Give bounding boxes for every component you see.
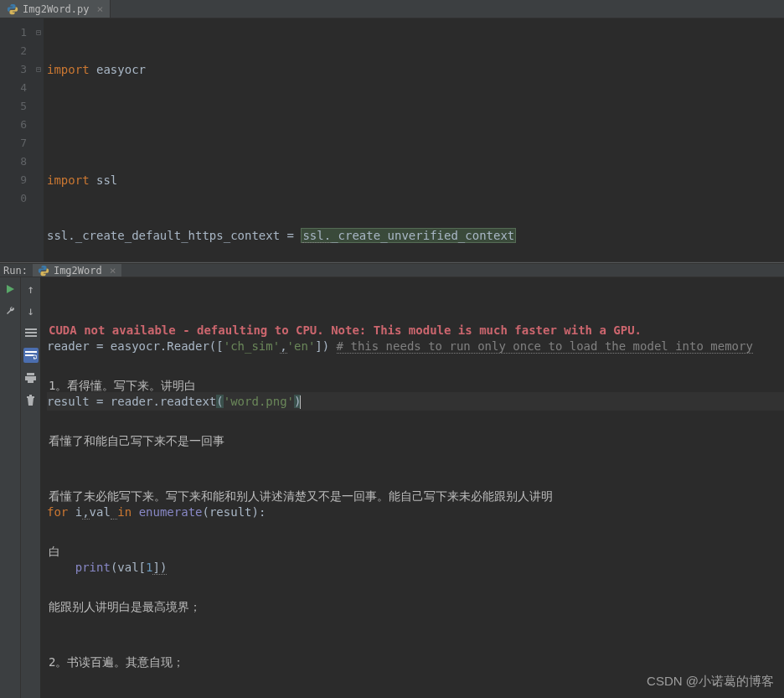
- code-text: _create_unverified_context: [331, 229, 514, 242]
- caret: [300, 396, 301, 409]
- svg-rect-8: [27, 396, 34, 398]
- fold-icon[interactable]: ⊟: [34, 60, 44, 79]
- code-text: ,: [280, 339, 286, 354]
- line-number: 6: [0, 116, 27, 134]
- svg-rect-4: [25, 354, 34, 356]
- wrap-icon[interactable]: [23, 348, 39, 363]
- code-text: ]): [315, 339, 336, 353]
- string: 'en': [287, 339, 316, 353]
- code-text: val: [90, 505, 111, 519]
- code-text: ,: [82, 505, 89, 520]
- console-line: 2。书读百遍。其意自现；: [49, 653, 776, 671]
- layout-icon[interactable]: [24, 326, 38, 339]
- arrow-up-icon[interactable]: ↑: [24, 282, 38, 296]
- identifier: easyocr: [96, 63, 146, 76]
- line-number: 3: [0, 60, 27, 79]
- builtin: enumerate: [139, 505, 203, 519]
- watermark: CSDN @小诺葛的博客: [647, 674, 774, 690]
- svg-rect-0: [25, 328, 37, 330]
- print-icon[interactable]: [24, 371, 38, 385]
- svg-rect-1: [25, 332, 37, 333]
- keyword: import: [47, 173, 90, 187]
- svg-rect-2: [25, 335, 37, 337]
- code-area[interactable]: import easyocr import ssl ssl._create_de…: [44, 18, 784, 261]
- keyword: import: [47, 63, 90, 76]
- identifier: ssl: [96, 173, 117, 187]
- line-number: 9: [0, 171, 27, 189]
- code-text: reader = easyocr.Reader([: [47, 339, 224, 353]
- keyword: for: [47, 505, 68, 519]
- svg-rect-5: [27, 373, 34, 375]
- line-number: 8: [0, 153, 27, 171]
- code-text: i: [68, 505, 82, 519]
- run-toolbar-inner: ↑ ↓: [20, 277, 40, 698]
- file-tab-label: Img2Word.py: [23, 3, 89, 15]
- builtin: print: [75, 561, 111, 574]
- line-number: 1: [0, 23, 27, 42]
- svg-rect-9: [29, 395, 32, 396]
- code-text: ]): [152, 561, 167, 575]
- trash-icon[interactable]: [24, 393, 38, 406]
- fold-icon[interactable]: ⊟: [34, 23, 44, 42]
- svg-rect-3: [25, 351, 37, 353]
- code-text: ssl.: [302, 229, 331, 243]
- keyword: in: [117, 505, 132, 519]
- line-number: 2: [0, 42, 27, 60]
- play-icon[interactable]: [3, 282, 17, 296]
- fold-gutter: ⊟ ⊟: [34, 18, 44, 261]
- editor-tab-bar: Img2Word.py ×: [0, 0, 784, 18]
- file-tab[interactable]: Img2Word.py ×: [0, 0, 111, 18]
- string: 'word.png': [224, 395, 294, 408]
- line-number-gutter: 1 2 3 4 5 6 7 8 9 0: [0, 18, 34, 261]
- line-number: 4: [0, 79, 27, 97]
- arrow-down-icon[interactable]: ↓: [24, 304, 38, 318]
- line-number: 0: [0, 189, 27, 208]
- run-toolbar-left: [0, 277, 20, 698]
- code-text: (val[: [111, 561, 146, 574]
- code-text: result = reader.readtext: [47, 395, 216, 408]
- code-text: (: [216, 395, 223, 408]
- wrench-icon[interactable]: [3, 304, 17, 318]
- code-text: ssl._create_default_https_context =: [47, 229, 301, 242]
- comment: # this needs to run only once to load th…: [337, 339, 753, 354]
- code-editor: 1 2 3 4 5 6 7 8 9 0 ⊟ ⊟ import easyocr i…: [0, 18, 784, 261]
- string: 'ch_sim': [224, 339, 280, 353]
- code-text: [47, 561, 75, 574]
- line-number: 5: [0, 97, 27, 116]
- run-label: Run:: [3, 265, 28, 277]
- line-number: 7: [0, 134, 27, 153]
- svg-rect-7: [28, 380, 34, 383]
- python-icon: [7, 3, 18, 15]
- code-text: [132, 505, 138, 519]
- close-icon[interactable]: ×: [96, 3, 103, 15]
- code-text: (result):: [202, 505, 266, 519]
